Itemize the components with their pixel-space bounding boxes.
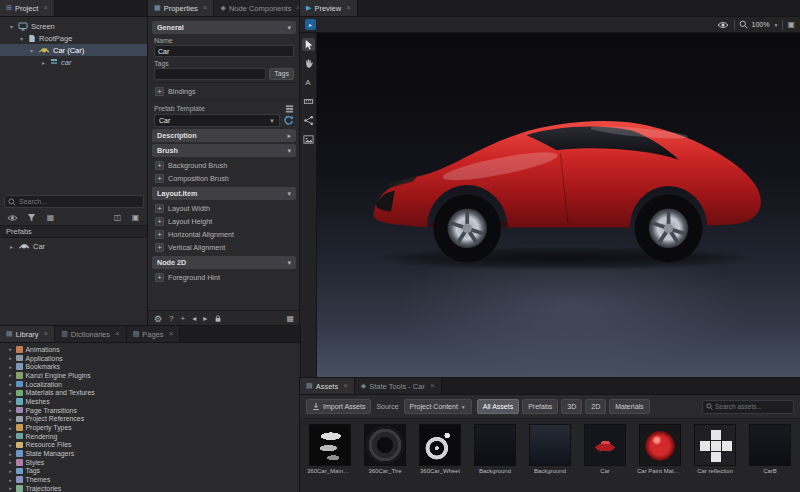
- add-property-row[interactable]: + Layout Height: [152, 215, 296, 228]
- tab-project[interactable]: ⊞ Project ×: [0, 0, 55, 16]
- library-item[interactable]: ▸ Project References: [0, 415, 300, 424]
- add-property-row[interactable]: + Vertical Alignment: [152, 241, 296, 254]
- close-icon[interactable]: ×: [43, 4, 48, 12]
- chevron-right-icon[interactable]: ▸: [40, 59, 47, 66]
- forward-icon[interactable]: ▸: [203, 314, 207, 323]
- close-icon[interactable]: ×: [346, 4, 351, 12]
- asset-item[interactable]: CarB: [748, 424, 792, 487]
- library-item[interactable]: ▸ Themes: [0, 475, 300, 484]
- add-icon[interactable]: +: [155, 217, 164, 226]
- chevron-down-icon[interactable]: ▾: [18, 35, 25, 42]
- asset-filter-button[interactable]: All Assets: [477, 399, 519, 414]
- source-dropdown[interactable]: Project Content ▼: [404, 399, 472, 414]
- chevron-down-icon[interactable]: ▾: [8, 23, 15, 30]
- library-item[interactable]: ▸ Animations: [0, 345, 300, 354]
- add-icon[interactable]: +: [155, 273, 164, 282]
- chevron-right-icon[interactable]: ▸: [8, 364, 13, 370]
- columns-icon[interactable]: ▦: [44, 211, 57, 224]
- library-item[interactable]: ▸ Materials and Textures: [0, 388, 300, 397]
- add-property-row[interactable]: + Composition Brush: [152, 172, 296, 185]
- asset-filter-button[interactable]: 3D: [561, 399, 582, 414]
- asset-item[interactable]: Car: [583, 424, 627, 487]
- add-icon[interactable]: +: [155, 243, 164, 252]
- chevron-right-icon[interactable]: ▸: [8, 398, 13, 404]
- asset-filter-button[interactable]: Prefabs: [522, 399, 558, 414]
- asset-filter-button[interactable]: Materials: [609, 399, 649, 414]
- library-item[interactable]: ▸ Kanzi Engine Plugins: [0, 371, 300, 380]
- library-item[interactable]: ▸ Localization: [0, 380, 300, 389]
- section-general[interactable]: General ▾: [152, 21, 296, 34]
- chevron-right-icon[interactable]: ▸: [8, 433, 13, 439]
- tree-item-rootpage[interactable]: ▾ RootPage: [0, 32, 148, 44]
- preview-play-icon[interactable]: ▸: [305, 19, 316, 30]
- section-description[interactable]: Description ▸: [152, 129, 296, 142]
- library-item[interactable]: ▸ Resource Files: [0, 441, 300, 450]
- asset-filter-button[interactable]: 2D: [585, 399, 606, 414]
- close-icon[interactable]: ×: [44, 330, 49, 338]
- library-item[interactable]: ▸ Tags: [0, 467, 300, 476]
- chevron-right-icon[interactable]: ▸: [8, 442, 13, 448]
- help-icon[interactable]: ?: [169, 314, 173, 323]
- close-icon[interactable]: ×: [203, 4, 208, 12]
- visibility-filter-icon[interactable]: [6, 211, 19, 224]
- close-icon[interactable]: ×: [343, 382, 348, 390]
- zoom-level[interactable]: 100%: [752, 21, 770, 28]
- asset-item[interactable]: 360Car_MainBody: [308, 424, 352, 487]
- tree-item-car-mesh[interactable]: ▸ car: [0, 56, 148, 68]
- tab-preview[interactable]: ▶ Preview ×: [300, 0, 358, 16]
- tags-button[interactable]: Tags: [269, 68, 294, 80]
- chevron-right-icon[interactable]: ▸: [8, 243, 15, 250]
- add-property-row[interactable]: + Horizontal Alignment: [152, 228, 296, 241]
- section-layout-item[interactable]: Layout.Item ▾: [152, 187, 296, 200]
- assets-tab[interactable]: ◈ State Tools - Car ×: [355, 378, 442, 394]
- add-icon[interactable]: +: [155, 204, 164, 213]
- library-item[interactable]: ▸ Property Types: [0, 423, 300, 432]
- add-icon[interactable]: +: [181, 314, 186, 323]
- add-property-row[interactable]: + Background Brush: [152, 159, 296, 172]
- chevron-right-icon[interactable]: ▸: [8, 372, 13, 378]
- library-tab[interactable]: ▤ Library ×: [0, 326, 55, 342]
- properties-tab[interactable]: ◈ Node Components ×: [214, 0, 308, 16]
- add-property-row[interactable]: + Foreground Hint: [152, 271, 296, 284]
- back-icon[interactable]: ◂: [192, 314, 196, 323]
- select-tool-icon[interactable]: [302, 38, 315, 51]
- add-icon[interactable]: +: [155, 174, 164, 183]
- chevron-down-icon[interactable]: ▾: [28, 47, 35, 54]
- pan-tool-icon[interactable]: [302, 57, 315, 70]
- screenshot-tool-icon[interactable]: [302, 133, 315, 146]
- assets-tab[interactable]: ▤ Assets ×: [300, 378, 355, 394]
- expand-all-icon[interactable]: ◫: [111, 211, 124, 224]
- eye-icon[interactable]: [717, 18, 730, 31]
- chevron-right-icon[interactable]: ▸: [8, 468, 13, 474]
- prefab-library-icon[interactable]: [285, 104, 294, 113]
- close-icon[interactable]: ×: [169, 330, 174, 338]
- library-tab[interactable]: ▧ Pages ×: [127, 326, 181, 342]
- chevron-right-icon[interactable]: ▸: [8, 407, 13, 413]
- chevron-right-icon[interactable]: ▸: [8, 381, 13, 387]
- library-item[interactable]: ▸ Rendering: [0, 432, 300, 441]
- chevron-right-icon[interactable]: ▸: [8, 416, 13, 422]
- properties-tab[interactable]: ▦ Properties ×: [148, 0, 214, 16]
- tree-item-screen[interactable]: ▾ Screen: [0, 20, 148, 32]
- zoom-icon[interactable]: [739, 20, 748, 29]
- chevron-right-icon[interactable]: ▸: [8, 459, 13, 465]
- prefab-template-dropdown[interactable]: Car ▼: [154, 114, 280, 127]
- lock-icon[interactable]: [214, 314, 222, 323]
- close-icon[interactable]: ×: [430, 382, 435, 390]
- library-item[interactable]: ▸ State Managers: [0, 449, 300, 458]
- library-item[interactable]: ▸ Meshes: [0, 397, 300, 406]
- chevron-right-icon[interactable]: ▸: [8, 477, 13, 483]
- asset-item[interactable]: 360Car_Tire: [363, 424, 407, 487]
- chevron-right-icon[interactable]: ▸: [8, 425, 13, 431]
- library-item[interactable]: ▸ Applications: [0, 354, 300, 363]
- library-item[interactable]: ▸ Trajectories: [0, 484, 300, 492]
- measure-tool-icon[interactable]: [302, 95, 315, 108]
- chevron-right-icon[interactable]: ▸: [8, 355, 13, 361]
- library-item[interactable]: ▸ Styles: [0, 458, 300, 467]
- text-tool-icon[interactable]: A: [302, 76, 315, 89]
- settings-icon[interactable]: ⚙: [154, 314, 162, 324]
- asset-item[interactable]: Car reflection: [693, 424, 737, 487]
- preview-options-icon[interactable]: ▣: [787, 20, 795, 29]
- nodes-tool-icon[interactable]: [302, 114, 315, 127]
- asset-item[interactable]: Background: [473, 424, 517, 487]
